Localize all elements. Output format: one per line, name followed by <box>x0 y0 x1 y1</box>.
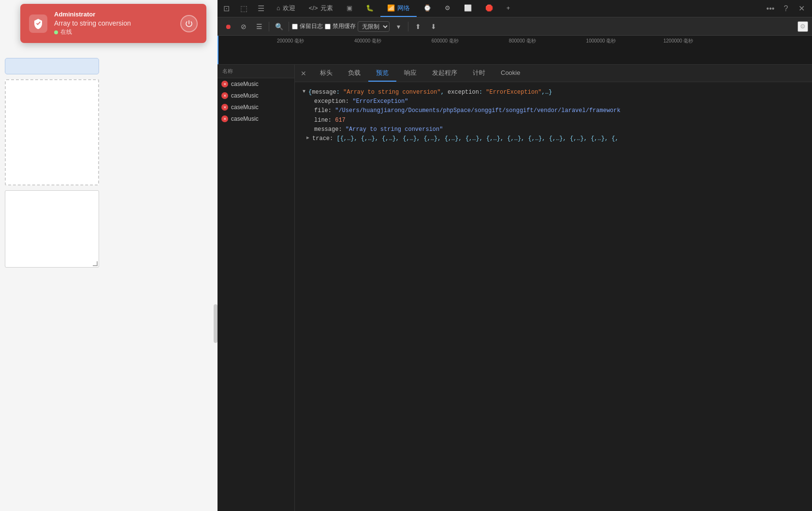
tick-600000: 600000 毫秒 <box>432 38 459 44</box>
help-btn[interactable]: ? <box>779 2 793 15</box>
error-icon-1 <box>221 81 228 87</box>
shield-icon <box>29 14 47 33</box>
network-toolbar: ⏺ ⊘ ☰ 🔍 保留日志 禁用缓存 无限制 ▾ ⬆ ⬇ ⚙ <box>218 17 812 36</box>
inspect-icon[interactable]: ⊡ <box>218 0 235 17</box>
disable-cache-text: 禁用缓存 <box>333 22 356 30</box>
tab-response-label: 响应 <box>404 69 417 77</box>
line-val: 617 <box>335 116 346 125</box>
export-btn[interactable]: ⬇ <box>427 20 440 33</box>
list-item[interactable]: caseMusic <box>218 78 294 90</box>
list-item[interactable]: caseMusic <box>218 90 294 101</box>
json-top-line[interactable]: ▼ {message: "Array to string conversion"… <box>303 88 804 97</box>
trace-expand-triangle[interactable]: ▶ <box>306 134 309 142</box>
tab-cookie-label: Cookie <box>501 69 520 76</box>
tab-elements-label: 元素 <box>320 4 333 13</box>
error-banner-content: Administrator Array to string conversion… <box>54 11 174 36</box>
tab-timing[interactable]: 计时 <box>465 65 493 82</box>
sidebar-icon[interactable]: ☰ <box>252 0 270 17</box>
exception-val: "ErrorException" <box>352 97 408 106</box>
resize-handle[interactable] <box>93 261 98 266</box>
preserve-log-checkbox[interactable] <box>292 24 298 29</box>
form-input-field[interactable] <box>5 58 99 74</box>
tick-200000: 200000 毫秒 <box>277 38 304 44</box>
error-banner-message: Array to string conversion <box>54 19 174 27</box>
exception-key: exception: <box>314 97 349 106</box>
json-exception-line: exception: "ErrorException" <box>303 97 804 106</box>
file-key: file: <box>314 106 332 115</box>
error-icon-2 <box>221 92 228 99</box>
separator-1 <box>269 22 269 31</box>
request-name-1: caseMusic <box>231 81 259 87</box>
devtools-panel: ⊡ ⬚ ☰ ⌂ 欢迎 </> 元素 ▣ 🐛 📶 网络 ⌚ <box>218 0 812 511</box>
tab-storage[interactable]: ▣ <box>340 0 359 17</box>
tab-preview-label: 预览 <box>376 69 389 77</box>
tab-initiator[interactable]: 发起程序 <box>424 65 465 82</box>
error-banner[interactable]: Administrator Array to string conversion… <box>20 4 206 43</box>
detail-tabs: ✕ 标头 负载 预览 响应 发起程序 计时 <box>295 65 812 82</box>
request-list: 名称 caseMusic caseMusic caseMusic caseMus… <box>218 65 295 511</box>
close-detail-btn[interactable]: ✕ <box>295 65 312 82</box>
filter-btn[interactable]: ☰ <box>252 20 266 33</box>
tab-response[interactable]: 响应 <box>396 65 424 82</box>
record-btn[interactable]: ⏺ <box>221 20 235 33</box>
request-name-3: caseMusic <box>231 104 259 111</box>
message-key: message: <box>314 125 342 134</box>
error-icon-4 <box>221 115 228 122</box>
tab-add[interactable]: + <box>500 0 517 17</box>
tab-payload[interactable]: 负载 <box>340 65 368 82</box>
stop-btn[interactable]: ⊘ <box>237 20 250 33</box>
tab-layers[interactable]: ⬜ <box>457 0 478 17</box>
topnav-right-controls: ••• ? ✕ <box>764 0 812 17</box>
close-devtools-btn[interactable]: ✕ <box>795 2 808 15</box>
json-file-line: file: "/Users/huangjiarong/Documents/php… <box>303 106 804 115</box>
request-name-2: caseMusic <box>231 92 259 99</box>
file-val: "/Users/huangjiarong/Documents/phpSpace/… <box>335 106 621 115</box>
list-item[interactable]: caseMusic <box>218 113 294 125</box>
more-options-btn[interactable]: ••• <box>764 2 777 15</box>
tab-initiator-label: 发起程序 <box>432 69 457 77</box>
tick-400000: 400000 毫秒 <box>354 38 381 44</box>
tab-debug[interactable]: 🐛 <box>359 0 380 17</box>
tab-welcome-label: 欢迎 <box>283 4 295 13</box>
list-item[interactable]: caseMusic <box>218 101 294 113</box>
disable-cache-checkbox[interactable] <box>325 24 331 29</box>
tab-preview[interactable]: 预览 <box>368 65 396 82</box>
error-banner-status: 在线 <box>54 28 174 36</box>
tab-settings-gear[interactable]: ⚙ <box>438 0 457 17</box>
request-name-4: caseMusic <box>231 115 259 122</box>
json-message-line: message: "Array to string conversion" <box>303 125 804 134</box>
form-textarea[interactable] <box>5 190 99 268</box>
tab-headers[interactable]: 标头 <box>312 65 340 82</box>
line-key: line: <box>314 116 332 125</box>
trace-val: [{,…}, {,…}, {,…}, {,…}, {,…}, {,…}, {,…… <box>336 134 618 143</box>
tab-timing-label: 计时 <box>473 69 485 77</box>
import-btn[interactable]: ⬆ <box>411 20 425 33</box>
tick-1000000: 1000000 毫秒 <box>586 38 616 44</box>
tab-network[interactable]: 📶 网络 <box>380 0 417 17</box>
power-icon[interactable] <box>180 15 198 32</box>
json-line-line: line: 617 <box>303 116 804 125</box>
device-icon[interactable]: ⬚ <box>235 0 252 17</box>
devtools-topnav: ⊡ ⬚ ☰ ⌂ 欢迎 </> 元素 ▣ 🐛 📶 网络 ⌚ <box>218 0 812 17</box>
tab-headers-label: 标头 <box>320 69 333 77</box>
dashed-upload-area[interactable] <box>5 79 99 185</box>
preserve-log-label[interactable]: 保留日志 <box>292 22 323 30</box>
network-timeline: 200000 毫秒 400000 毫秒 600000 毫秒 800000 毫秒 … <box>218 36 812 65</box>
left-scrollbar[interactable] <box>214 304 218 343</box>
message-val: "Array to string conversion" <box>346 125 443 134</box>
throttle-settings-btn[interactable]: ▾ <box>392 20 405 33</box>
tab-elements[interactable]: </> 元素 <box>302 0 340 17</box>
search-btn[interactable]: 🔍 <box>272 20 286 33</box>
disable-cache-label[interactable]: 禁用缓存 <box>325 22 356 30</box>
json-trace-line[interactable]: ▶ trace: [{,…}, {,…}, {,…}, {,…}, {,…}, … <box>303 134 804 143</box>
throttle-select[interactable]: 无限制 <box>358 21 390 32</box>
expand-triangle[interactable]: ▼ <box>303 88 305 96</box>
name-column-label: 名称 <box>222 68 233 75</box>
tab-welcome[interactable]: ⌂ 欢迎 <box>270 0 302 17</box>
network-settings-btn[interactable]: ⚙ <box>798 21 808 32</box>
error-icon-3 <box>221 104 228 111</box>
preview-content[interactable]: ▼ {message: "Array to string conversion"… <box>295 82 812 511</box>
tab-red-icon[interactable]: 🛑 <box>478 0 500 17</box>
tab-cookie[interactable]: Cookie <box>493 65 528 82</box>
tab-performance[interactable]: ⌚ <box>417 0 438 17</box>
